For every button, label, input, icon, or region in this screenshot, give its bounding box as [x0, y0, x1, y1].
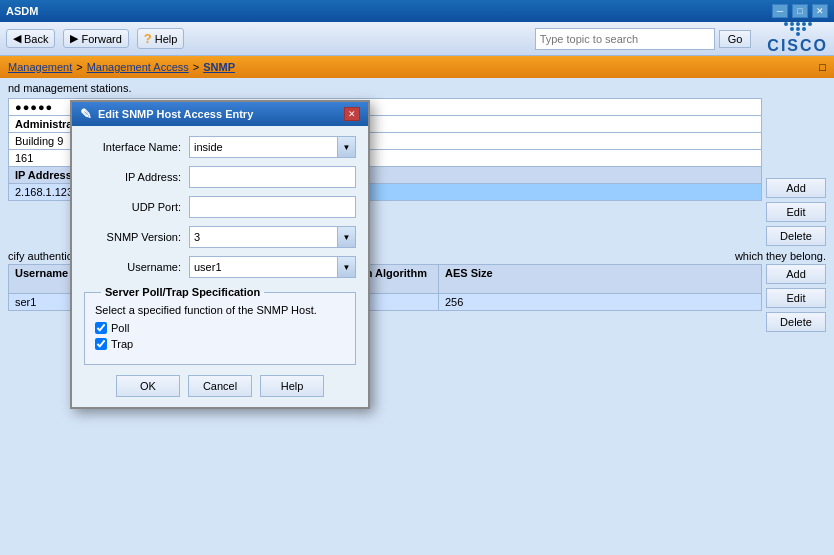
snmp-version-select[interactable]: 3 ▼: [189, 226, 356, 248]
snmp-version-dropdown-icon[interactable]: ▼: [337, 227, 355, 247]
username-row: Username: user1 ▼: [84, 256, 356, 278]
modal-icon: ✎: [80, 106, 92, 122]
ok-button[interactable]: OK: [116, 375, 180, 397]
poll-label: Poll: [111, 322, 129, 334]
cancel-button[interactable]: Cancel: [188, 375, 252, 397]
snmp-version-label: SNMP Version:: [84, 231, 189, 243]
trap-label: Trap: [111, 338, 133, 350]
udp-input[interactable]: 162: [189, 196, 356, 218]
modal-title-text: Edit SNMP Host Access Entry: [98, 108, 253, 120]
username-select[interactable]: user1 ▼: [189, 256, 356, 278]
ip-row: IP Address: 192.168.1.123: [84, 166, 356, 188]
trap-checkbox[interactable]: [95, 338, 107, 350]
fieldset-legend: Server Poll/Trap Specification: [101, 286, 264, 298]
ip-input[interactable]: 192.168.1.123: [189, 166, 356, 188]
modal-body: Interface Name: inside ▼ IP Address: 192…: [72, 126, 368, 407]
snmp-version-row: SNMP Version: 3 ▼: [84, 226, 356, 248]
udp-row: UDP Port: 162: [84, 196, 356, 218]
modal-close-button[interactable]: ✕: [344, 107, 360, 121]
interface-select[interactable]: inside ▼: [189, 136, 356, 158]
username-dropdown-icon[interactable]: ▼: [337, 257, 355, 277]
modal-title-bar: ✎ Edit SNMP Host Access Entry ✕: [72, 102, 368, 126]
ip-label: IP Address:: [84, 171, 189, 183]
edit-snmp-modal: ✎ Edit SNMP Host Access Entry ✕ Interfac…: [70, 100, 370, 409]
interface-row: Interface Name: inside ▼: [84, 136, 356, 158]
poll-row: Poll: [95, 322, 345, 334]
modal-buttons: OK Cancel Help: [84, 375, 356, 397]
snmp-version-value: 3: [190, 229, 337, 245]
modal-help-button[interactable]: Help: [260, 375, 324, 397]
username-label: Username:: [84, 261, 189, 273]
interface-dropdown-icon[interactable]: ▼: [337, 137, 355, 157]
username-value: user1: [190, 259, 337, 275]
fieldset-desc: Select a specified function of the SNMP …: [95, 304, 345, 316]
udp-label: UDP Port:: [84, 201, 189, 213]
interface-value: inside: [190, 139, 337, 155]
modal-title: ✎ Edit SNMP Host Access Entry: [80, 106, 253, 122]
poll-trap-fieldset: Server Poll/Trap Specification Select a …: [84, 286, 356, 365]
modal-overlay: ✎ Edit SNMP Host Access Entry ✕ Interfac…: [0, 0, 834, 555]
trap-row: Trap: [95, 338, 345, 350]
poll-checkbox[interactable]: [95, 322, 107, 334]
interface-label: Interface Name:: [84, 141, 189, 153]
